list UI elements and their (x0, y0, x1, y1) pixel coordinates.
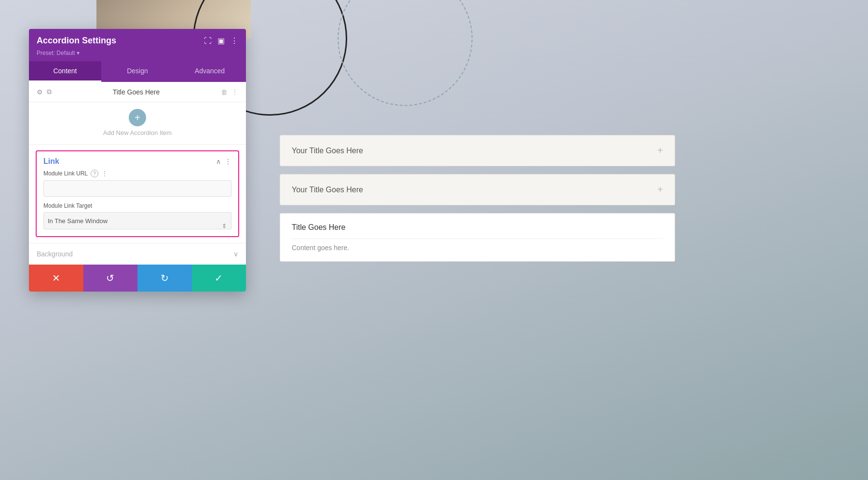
redo-button[interactable]: ↻ (137, 265, 192, 292)
accordion-preview-title-3: Title Goes Here (292, 223, 345, 232)
link-section-icons: ∧ ⋮ (216, 158, 231, 165)
add-accordion-item-label: Add New Accordion Item (103, 129, 172, 136)
accordion-expand-icon-2: + (657, 184, 663, 195)
accordion-item-header-row-3: Title Goes Here (292, 223, 663, 232)
panel-tabs: Content Design Advanced (29, 61, 246, 82)
panel-header-icons: ⛶ ▣ ⋮ (204, 36, 238, 45)
background-arrow-icon: ∨ (233, 250, 238, 258)
expand-icon[interactable]: ⛶ (204, 37, 212, 45)
accordion-content-3: Content goes here. (292, 239, 663, 252)
panel-header: Accordion Settings ⛶ ▣ ⋮ Preset: Default… (29, 29, 246, 61)
panel-header-top: Accordion Settings ⛶ ▣ ⋮ (37, 36, 238, 46)
accordion-item-title: Title Goes Here (55, 88, 217, 96)
accordion-preview-item-1[interactable]: Your Title Goes Here + (280, 135, 675, 166)
background-section[interactable]: Background ∨ (29, 243, 246, 265)
panel-actions: ✕ ↺ ↻ ✓ (29, 265, 246, 292)
module-link-target-select[interactable]: In The Same Window In A New Window (43, 212, 231, 229)
tab-design[interactable]: Design (101, 61, 174, 82)
panel-title: Accordion Settings (37, 36, 116, 46)
deco-circle-dashed (338, 0, 473, 106)
accordion-expand-icon-1: + (657, 145, 663, 156)
module-link-url-group: Module Link URL ? ⋮ Module Link Target I… (37, 170, 238, 236)
accordion-preview: Your Title Goes Here + Your Title Goes H… (280, 135, 675, 269)
duplicate-icon[interactable]: ⧉ (47, 88, 52, 96)
accordion-item-row: ⚙ ⧉ Title Goes Here 🗑 ⋮ (29, 82, 246, 102)
link-section-title[interactable]: Link (43, 157, 59, 166)
module-link-target-label: Module Link Target (43, 202, 231, 209)
undo-button[interactable]: ↺ (83, 265, 138, 292)
tab-content[interactable]: Content (29, 61, 101, 82)
accordion-preview-title-2: Your Title Goes Here (292, 186, 363, 194)
layout-icon[interactable]: ▣ (217, 36, 225, 45)
panel-preset[interactable]: Preset: Default ▾ (37, 50, 238, 56)
field-more-icon[interactable]: ⋮ (101, 170, 108, 177)
add-accordion-item-button[interactable]: + (129, 109, 146, 126)
trash-icon[interactable]: 🗑 (221, 88, 228, 96)
accordion-preview-item-2[interactable]: Your Title Goes Here + (280, 174, 675, 205)
link-more-icon[interactable]: ⋮ (225, 158, 231, 165)
link-section: Link ∧ ⋮ Module Link URL ? ⋮ Module Link… (36, 150, 239, 237)
collapse-icon[interactable]: ∧ (216, 158, 221, 165)
accordion-preview-item-3[interactable]: Title Goes Here Content goes here. (280, 213, 675, 262)
help-icon[interactable]: ? (91, 170, 98, 177)
item-more-icon[interactable]: ⋮ (231, 88, 238, 96)
panel-body: ⚙ ⧉ Title Goes Here 🗑 ⋮ + Add New Accord… (29, 82, 246, 265)
module-link-url-input[interactable] (43, 180, 231, 197)
cancel-button[interactable]: ✕ (29, 265, 83, 292)
settings-panel: Accordion Settings ⛶ ▣ ⋮ Preset: Default… (29, 29, 246, 292)
save-button[interactable]: ✓ (192, 265, 246, 292)
accordion-preview-title-1: Your Title Goes Here (292, 147, 363, 155)
overflow-menu-icon[interactable]: ⋮ (231, 36, 238, 45)
module-link-url-label: Module Link URL ? ⋮ (43, 170, 231, 177)
tab-advanced[interactable]: Advanced (174, 61, 246, 82)
gear-icon[interactable]: ⚙ (37, 88, 43, 96)
background-title: Background (37, 250, 73, 258)
add-item-section: + Add New Accordion Item (29, 102, 246, 145)
module-link-target-group: Module Link Target In The Same Window In… (43, 202, 231, 229)
link-section-header: Link ∧ ⋮ (37, 151, 238, 170)
